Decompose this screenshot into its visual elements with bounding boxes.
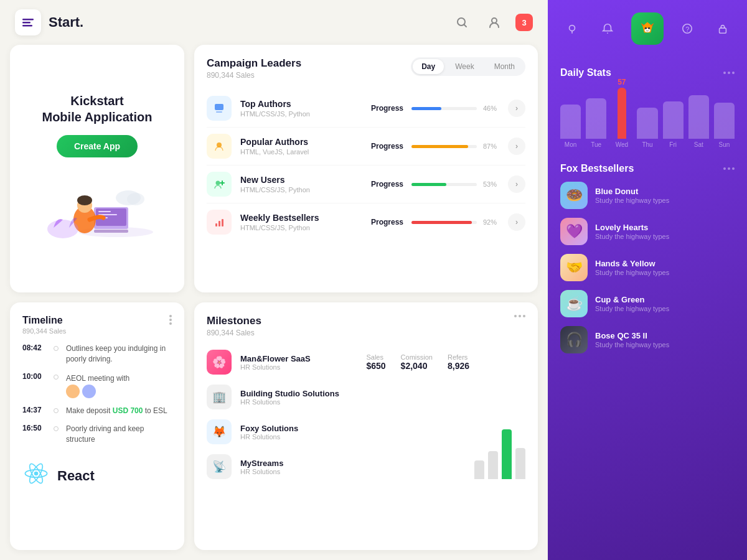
timeline-subtitle: 890,344 Sales	[22, 327, 66, 335]
sidebar-icon-notification[interactable]	[595, 16, 620, 41]
new-users-progress-label: Progress	[371, 180, 405, 189]
campaign-card: Campaign Leaders 890,344 Sales Day Week …	[194, 45, 538, 292]
fox-sub-lovely-hearts: Study the highway types	[595, 233, 735, 240]
weekly-bestsellers-pct: 92%	[483, 218, 502, 226]
svg-line-4	[464, 25, 467, 27]
timeline-text-1650: Poorly driving and keep structure	[66, 424, 172, 445]
bar-mon	[560, 105, 581, 139]
milestones-card: Milestones 890,344 Sales 🌸 Man&Flower Sa…	[194, 302, 538, 550]
top-authors-tags: HTML/CSS/JS, Python	[240, 110, 371, 118]
milestones-menu[interactable]	[514, 315, 525, 317]
fox-sub-blue-donut: Study the highway types	[595, 197, 735, 204]
svg-rect-1	[22, 22, 31, 24]
fox-thumb-bose-qc35: 🎧	[560, 326, 588, 353]
milestone-row-foxy: 🦊 Foxy Solutions HR Solutions	[207, 414, 469, 449]
foxy-icon: 🦊	[207, 419, 232, 444]
sidebar-icon-lock[interactable]	[710, 16, 735, 41]
tab-day[interactable]: Day	[413, 59, 444, 74]
timeline-title: Timeline	[22, 315, 66, 326]
tab-week[interactable]: Week	[446, 59, 482, 74]
fox-item-hands-yellow[interactable]: 🤝 Hands & Yellow Study the highway types	[560, 254, 735, 281]
fox-name-bose-qc35: Bose QC 35 II	[595, 331, 735, 340]
popular-authors-pct: 87%	[483, 142, 502, 150]
svg-point-15	[77, 195, 92, 205]
create-app-button[interactable]: Create App	[57, 135, 138, 157]
new-users-chevron[interactable]: ›	[508, 175, 525, 193]
fox-info-cup-green: Cup & Green Study the highway types	[595, 295, 735, 312]
right-sidebar: ? Daily Stats Mon Tue	[548, 0, 747, 560]
timeline-card: Timeline 890,344 Sales 08:42 Outlines ke…	[10, 302, 184, 550]
chart-bar-sun: Sun	[714, 103, 735, 148]
timeline-item-1437: 14:37 Make deposit USD 700 to ESL	[22, 406, 172, 416]
bar-fri	[663, 101, 684, 139]
manflower-icon: 🌸	[207, 350, 232, 375]
campaign-header: Campaign Leaders 890,344 Sales Day Week …	[207, 57, 525, 80]
campaign-row-popular-authors: Popular Authors HTML, VueJS, Laravel Pro…	[207, 128, 525, 166]
timeline-avatars	[66, 385, 129, 398]
building-studio-name: Building Studio Solutions	[240, 389, 469, 398]
react-icon-svg	[22, 460, 50, 493]
svg-point-22	[216, 181, 220, 185]
timeline-menu[interactable]	[169, 315, 172, 325]
chart-bar-mon: Mon	[560, 105, 581, 148]
sidebar-icon-question[interactable]: ?	[675, 16, 700, 41]
chart-bar-wed-group: 57	[618, 78, 626, 139]
fox-item-lovely-hearts[interactable]: 💜 Lovely Hearts Study the highway types	[560, 218, 735, 245]
fox-item-blue-donut[interactable]: 🍩 Blue Donut Study the highway types	[560, 182, 735, 209]
svg-point-5	[492, 18, 497, 23]
sidebar-icon-fox-active[interactable]	[631, 12, 664, 45]
top-authors-progress-label: Progress	[371, 104, 405, 113]
ms-bar-2	[488, 451, 498, 479]
peak-value: 57	[618, 78, 626, 86]
manflower-sub: HR Solutions	[240, 363, 366, 371]
foxy-name: Foxy Solutions	[240, 424, 469, 433]
timeline-text-1000: AEOL meeting with	[66, 374, 129, 383]
timeline-item-1650: 16:50 Poorly driving and keep structure	[22, 424, 172, 445]
svg-text:?: ?	[685, 26, 689, 33]
label-fri: Fri	[669, 141, 677, 148]
bar-tue	[586, 98, 606, 139]
milestones-chart	[474, 345, 525, 484]
building-studio-sub: HR Solutions	[240, 398, 469, 406]
top-authors-progress: Progress 46%	[371, 104, 502, 113]
avatar-1	[66, 385, 80, 398]
svg-point-16	[47, 220, 78, 238]
search-icon[interactable]	[451, 11, 473, 34]
svg-rect-19	[215, 104, 223, 110]
campaign-title: Campaign Leaders	[207, 57, 301, 70]
popular-authors-progress-bar	[411, 145, 477, 148]
fox-sub-hands-yellow: Study the highway types	[595, 269, 735, 276]
new-users-tags: HTML/CSS/JS, Python	[240, 186, 371, 194]
fox-item-cup-green[interactable]: ☕ Cup & Green Study the highway types	[560, 290, 735, 317]
popular-authors-chevron[interactable]: ›	[508, 138, 525, 155]
notification-badge[interactable]: 3	[515, 14, 533, 31]
header-right: 3	[451, 11, 533, 34]
top-authors-chevron[interactable]: ›	[508, 100, 525, 117]
daily-stats-menu[interactable]	[723, 72, 735, 74]
popular-authors-progress-label: Progress	[371, 142, 405, 151]
foxy-sub: HR Solutions	[240, 433, 469, 441]
bar-thu	[637, 108, 657, 139]
label-wed: Wed	[616, 141, 628, 148]
fox-info-lovely-hearts: Lovely Hearts Study the highway types	[595, 223, 735, 240]
weekly-bestsellers-chevron[interactable]: ›	[508, 213, 525, 231]
mystreams-name: MyStreams	[240, 459, 469, 468]
timeline-text-0842: Outlines keep you indulging in poorly dr…	[66, 343, 172, 365]
fox-bestsellers-menu[interactable]	[723, 167, 735, 170]
fox-item-bose-qc35[interactable]: 🎧 Bose QC 35 II Study the highway types	[560, 326, 735, 353]
label-sat: Sat	[694, 141, 703, 148]
label-mon: Mon	[565, 141, 576, 148]
daily-stats-header: Daily Stats	[560, 67, 735, 78]
sidebar-icon-lightbulb[interactable]	[560, 16, 585, 41]
logo-icon	[15, 9, 41, 35]
svg-rect-12	[94, 230, 128, 233]
top-authors-icon	[207, 96, 232, 121]
svg-rect-25	[215, 223, 217, 226]
tab-month[interactable]: Month	[486, 59, 524, 74]
top-authors-info: Top Authors HTML/CSS/JS, Python	[240, 99, 371, 118]
mystreams-icon: 📡	[207, 454, 232, 479]
fox-sub-bose-qc35: Study the highway types	[595, 341, 735, 348]
user-icon[interactable]	[483, 11, 505, 34]
fox-thumb-hands-yellow: 🤝	[560, 254, 588, 281]
main-area: Start. 3 Kickstart Mobile Application Cr…	[0, 0, 548, 560]
